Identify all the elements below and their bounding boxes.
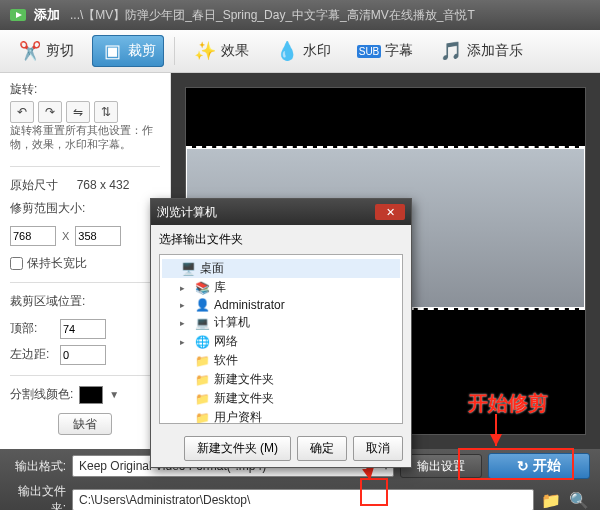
- folder-label: 库: [214, 279, 226, 296]
- separator: [10, 282, 160, 283]
- dialog-close-button[interactable]: ✕: [375, 204, 405, 220]
- output-folder-field[interactable]: C:\Users\Administrator\Desktop\: [72, 489, 534, 510]
- fold-icon: 📁: [194, 411, 210, 425]
- folder-label: 用户资料: [214, 409, 262, 424]
- crop-width-input[interactable]: [10, 226, 56, 246]
- tab-music-label: 添加音乐: [467, 42, 523, 60]
- flip-h-button[interactable]: ⇋: [66, 101, 90, 123]
- fold-icon: 📁: [194, 354, 210, 368]
- start-button[interactable]: ↻开始: [488, 453, 590, 479]
- tab-crop-label: 裁剪: [128, 42, 156, 60]
- orig-size-value: 768 x 432: [77, 178, 130, 192]
- new-folder-button[interactable]: 新建文件夹 (M): [184, 436, 291, 461]
- ok-button[interactable]: 确定: [297, 436, 347, 461]
- titlebar-add[interactable]: 添加: [34, 6, 60, 24]
- separator: [10, 166, 160, 167]
- top-label: 顶部:: [10, 320, 54, 337]
- tab-effect[interactable]: ✨效果: [185, 35, 257, 67]
- effect-icon: ✨: [193, 39, 217, 63]
- folder-item[interactable]: 📁软件: [162, 351, 400, 370]
- folder-item[interactable]: 🖥️桌面: [162, 259, 400, 278]
- browse-dialog: 浏览计算机 ✕ 选择输出文件夹 🖥️桌面▸📚库▸👤Administrator▸💻…: [150, 198, 412, 468]
- line-color-label: 分割线颜色:: [10, 386, 73, 403]
- titlebar: 添加 ...\【MV】防弹少年团_春日_Spring_Day_中文字幕_高清MV…: [0, 0, 600, 30]
- dropdown-icon[interactable]: ▼: [109, 389, 119, 400]
- rotate-note: 旋转将重置所有其他设置：作物，效果，水印和字幕。: [10, 123, 160, 152]
- expand-icon[interactable]: ▸: [180, 283, 190, 293]
- pc-icon: 💻: [194, 316, 210, 330]
- folder-label: 软件: [214, 352, 238, 369]
- watermark-icon: 💧: [275, 39, 299, 63]
- keep-ratio-checkbox[interactable]: 保持长宽比: [10, 255, 160, 272]
- keep-ratio-label: 保持长宽比: [27, 255, 87, 272]
- scissors-icon: ✂️: [18, 39, 42, 63]
- cancel-button[interactable]: 取消: [353, 436, 403, 461]
- expand-icon[interactable]: ▸: [180, 318, 190, 328]
- crop-icon: ▣: [100, 39, 124, 63]
- folder-item[interactable]: ▸📚库: [162, 278, 400, 297]
- fold-icon: 📁: [194, 373, 210, 387]
- crop-height-input[interactable]: [75, 226, 121, 246]
- rotate-cw-button[interactable]: ↷: [38, 101, 62, 123]
- folder-item[interactable]: ▸💻计算机: [162, 313, 400, 332]
- output-folder-value: C:\Users\Administrator\Desktop\: [79, 493, 250, 507]
- music-icon: 🎵: [439, 39, 463, 63]
- expand-icon[interactable]: ▸: [180, 337, 190, 347]
- line-color-swatch[interactable]: [79, 386, 103, 404]
- output-settings-button[interactable]: 输出设置: [400, 454, 482, 478]
- start-label: 开始: [533, 457, 561, 475]
- x-separator: X: [62, 230, 69, 242]
- separator: [10, 375, 160, 376]
- toolbar: ✂️剪切 ▣裁剪 ✨效果 💧水印 SUB字幕 🎵添加音乐: [0, 30, 600, 73]
- folder-label: 网络: [214, 333, 238, 350]
- keep-ratio-input[interactable]: [10, 257, 23, 270]
- folder-label: 输出文件夹:: [10, 483, 66, 510]
- sidebar: 旋转: ↶ ↷ ⇋ ⇅ 旋转将重置所有其他设置：作物，效果，水印和字幕。 原始尺…: [0, 73, 171, 449]
- default-button[interactable]: 缺省: [58, 413, 112, 435]
- folder-item[interactable]: ▸🌐网络: [162, 332, 400, 351]
- folder-item[interactable]: 📁用户资料: [162, 408, 400, 424]
- folder-item[interactable]: ▸👤Administrator: [162, 297, 400, 313]
- dialog-titlebar[interactable]: 浏览计算机 ✕: [151, 199, 411, 225]
- expand-icon[interactable]: ▸: [180, 300, 190, 310]
- top-input[interactable]: [60, 319, 106, 339]
- lib-icon: 📚: [194, 281, 210, 295]
- folder-item[interactable]: 📁新建文件夹: [162, 370, 400, 389]
- format-label: 输出格式:: [10, 458, 66, 475]
- dialog-title: 浏览计算机: [157, 204, 217, 221]
- left-input[interactable]: [60, 345, 106, 365]
- rotate-ccw-button[interactable]: ↶: [10, 101, 34, 123]
- tab-watermark[interactable]: 💧水印: [267, 35, 339, 67]
- tab-effect-label: 效果: [221, 42, 249, 60]
- app-icon: [8, 5, 28, 25]
- crop-size-label: 修剪范围大小:: [10, 200, 160, 217]
- tab-subtitle[interactable]: SUB字幕: [349, 35, 421, 67]
- orig-size-label: 原始尺寸: [10, 177, 58, 194]
- tab-watermark-label: 水印: [303, 42, 331, 60]
- flip-v-button[interactable]: ⇅: [94, 101, 118, 123]
- tab-cut-label: 剪切: [46, 42, 74, 60]
- titlebar-file: ...\【MV】防弹少年团_春日_Spring_Day_中文字幕_高清MV在线播…: [70, 7, 592, 24]
- browse-folder-button[interactable]: 📁: [540, 489, 562, 510]
- crop-area-label: 裁剪区域位置:: [10, 293, 160, 310]
- rotate-label: 旋转:: [10, 81, 160, 98]
- tab-music[interactable]: 🎵添加音乐: [431, 35, 531, 67]
- tab-subtitle-label: 字幕: [385, 42, 413, 60]
- net-icon: 🌐: [194, 335, 210, 349]
- subtitle-icon: SUB: [357, 39, 381, 63]
- separator: [174, 37, 175, 65]
- desktop-icon: 🖥️: [180, 262, 196, 276]
- folder-label: Administrator: [214, 298, 285, 312]
- folder-tree[interactable]: 🖥️桌面▸📚库▸👤Administrator▸💻计算机▸🌐网络📁软件📁新建文件夹…: [159, 254, 403, 424]
- folder-label: 计算机: [214, 314, 250, 331]
- refresh-icon: ↻: [517, 458, 529, 474]
- folder-item[interactable]: 📁新建文件夹: [162, 389, 400, 408]
- tab-cut[interactable]: ✂️剪切: [10, 35, 82, 67]
- fold-icon: 📁: [194, 392, 210, 406]
- search-button[interactable]: 🔍: [568, 489, 590, 510]
- user-icon: 👤: [194, 298, 210, 312]
- folder-label: 桌面: [200, 260, 224, 277]
- tab-crop[interactable]: ▣裁剪: [92, 35, 164, 67]
- folder-label: 新建文件夹: [214, 390, 274, 407]
- dialog-heading: 选择输出文件夹: [159, 231, 403, 248]
